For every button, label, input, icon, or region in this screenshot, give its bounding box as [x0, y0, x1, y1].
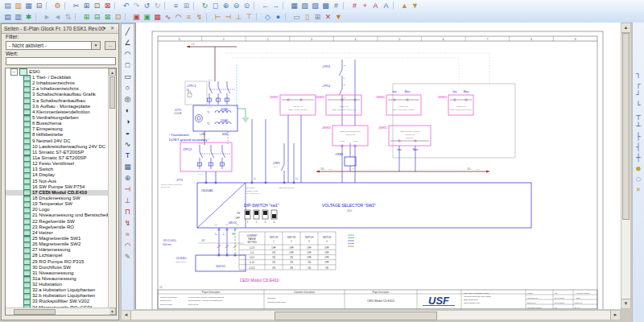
potential-icon[interactable]: ↯: [194, 12, 204, 22]
draw-arc2-icon[interactable]: ◐: [122, 105, 133, 116]
tree-page-item[interactable]: 22 Regelventile SW: [6, 219, 109, 225]
draw-rectangle2-icon[interactable]: ▭: [122, 71, 133, 82]
component-relay-18kr10[interactable]: -18KR10 -CD.SP410 CEDI Adjust value volt…: [375, 90, 421, 115]
canvas-vertical-scrollbar[interactable]: ▲ ▼: [621, 23, 631, 309]
zoom-window-icon[interactable]: ◻: [210, 1, 221, 10]
component-relay-18kr12[interactable]: -18KR12 -CD.SP410 CEDI release ON/OFF: [269, 95, 316, 183]
tree-page-item[interactable]: 18 Druckmessung SW: [6, 196, 109, 201]
t-node-down-icon[interactable]: ┬: [634, 111, 644, 122]
page-macro-icon[interactable]: ▼: [333, 12, 344, 22]
new-window-icon[interactable]: ⊞: [181, 1, 192, 10]
cross-node-icon[interactable]: ┼: [634, 153, 644, 163]
canvas-scroll-up-icon[interactable]: ▲: [621, 23, 630, 33]
project-tree-icon[interactable]: ▤: [2, 12, 13, 22]
delete-page-icon[interactable]: ✕: [323, 12, 333, 22]
tree-root-project[interactable]: − ESKI: [6, 68, 109, 75]
corner-down-right-icon[interactable]: ┌: [634, 80, 644, 90]
page-properties-icon[interactable]: ▦: [23, 1, 34, 10]
grid-d-icon[interactable]: ▩: [320, 1, 331, 10]
tree-page-item[interactable]: 17 CEDI Modul CD.E410: [6, 190, 109, 196]
settings-wrench-icon[interactable]: ⚙: [52, 1, 63, 10]
scroll-up-icon[interactable]: ▲: [109, 68, 116, 76]
refresh-icon[interactable]: ↻: [200, 1, 210, 10]
tree-expander-icon[interactable]: −: [10, 68, 18, 76]
snap-grid-icon[interactable]: #: [331, 1, 341, 10]
tree-page-item[interactable]: 8 Hilfsbetriebe: [6, 132, 109, 138]
tree-page-item[interactable]: 33 Rückspülfilter SW.V202: [6, 299, 109, 304]
undo-icon[interactable]: ↶: [121, 1, 131, 10]
draw-polyline-icon[interactable]: ∠: [122, 37, 133, 48]
incoming-feed-wire[interactable]: L2: [187, 43, 237, 81]
tree-page-item[interactable]: 24 Heizer: [6, 230, 109, 236]
insert-text-icon[interactable]: T: [122, 150, 133, 161]
filter-dropdown[interactable]: - Nicht aktiviert - ▼: [6, 41, 101, 50]
shield-icon[interactable]: ◠: [122, 240, 133, 251]
insert-terminal-icon[interactable]: ▦: [152, 12, 163, 22]
tree-page-item[interactable]: 14 Display: [6, 172, 109, 178]
tree-page-item[interactable]: 15 Not-Aus: [6, 179, 109, 184]
component-cdi-module[interactable]: -CD.E410 CEDI Modul 100V DC: [175, 254, 246, 271]
cable-w5[interactable]: -W5-CD.E410 3G4 mm² 405: [163, 239, 244, 246]
component-relay-18kr13[interactable]: -18KR13 -CD.SP410 CEDI controlled system…: [315, 95, 361, 115]
text-style-blue-icon[interactable]: A: [381, 1, 391, 10]
redo-icon[interactable]: ↷: [131, 1, 142, 10]
tree-page-item[interactable]: 2 Inhaltsverzeichnis: [6, 80, 109, 86]
canvas-vscroll-thumb[interactable]: [622, 33, 630, 220]
tree-page-item[interactable]: 19 Temperatur SW: [6, 201, 109, 207]
draw-arc3-icon[interactable]: ◑: [122, 116, 133, 127]
component-pc3-pc4-contacts[interactable]: -17PC3 13 14 -17PC4 23 24: [322, 60, 355, 126]
insert-hyperlink-icon[interactable]: ⊕: [122, 172, 133, 184]
goto-page-icon[interactable]: ►: [42, 12, 52, 22]
tree-page-item[interactable]: 3 Schaltschrankaufbau Grafik: [6, 92, 109, 97]
t-node-up-icon[interactable]: ┴: [634, 122, 644, 132]
grid-b-icon[interactable]: ▧: [299, 1, 310, 10]
tree-page-item[interactable]: 11a Simatic S7-ET200SP: [6, 155, 109, 161]
tree-page-item[interactable]: 4 Klemmenleistendefinition: [6, 109, 109, 115]
connection-point-icon[interactable]: ●: [273, 12, 283, 22]
grid-a-icon[interactable]: ▦: [289, 1, 299, 10]
tree-vertical-scrollbar[interactable]: ▲ ▼: [108, 68, 116, 315]
pages-panel-titlebar[interactable]: ▾ ✕ Seiten - E-Plan Glock Fr. 170 ESK1 R…: [2, 24, 118, 34]
interruption-point-icon[interactable]: ◇: [262, 12, 273, 22]
new-item-icon[interactable]: ✱: [23, 12, 34, 22]
window-macro-icon[interactable]: ⊡: [113, 12, 123, 22]
grid-c-icon[interactable]: ▨: [310, 1, 320, 10]
draw-line-icon[interactable]: ╱: [122, 26, 133, 37]
component-relay-18kr14[interactable]: -18KR14 -CD.SP410 CEDI Adjust value curr…: [437, 90, 473, 115]
open-page-icon[interactable]: ▥: [13, 1, 23, 10]
tree-scroll-thumb[interactable]: [109, 76, 115, 109]
draw-rectangle-icon[interactable]: □: [122, 60, 133, 71]
component-pc1-breaker[interactable]: -17PC1 2A 1 3 5 2 4 6: [185, 79, 235, 109]
tree-page-item[interactable]: 6 Busschema: [6, 121, 109, 126]
tree-page-item[interactable]: 25 Magnetventile SW1: [6, 236, 109, 242]
macro-insert-icon[interactable]: ⊠: [102, 12, 113, 22]
panel-close-icon[interactable]: ✕: [110, 26, 116, 31]
component-relay-18kr15[interactable]: -18KR15 CEDI REMOTE ON-OFF -CD.SP410 CXS…: [321, 126, 368, 183]
tree-page-item[interactable]: 3.a Schaltschrankaufbau: [6, 98, 109, 104]
component-relay-18kr11[interactable]: -18KR11 CEDI Residual Current -CD.SP410 …: [378, 126, 431, 171]
open-project-icon[interactable]: ▯: [302, 12, 312, 22]
insert-shield-icon[interactable]: ◠: [173, 12, 184, 22]
undo-list-icon[interactable]: ↺: [142, 1, 152, 10]
break-point-icon[interactable]: ✕: [634, 184, 644, 195]
tree-page-item[interactable]: 31 Niveaumessung: [6, 270, 109, 276]
tree-page-item[interactable]: 3.b Aufbau - Montageplatte: [6, 104, 109, 109]
copy-icon[interactable]: ⊞: [81, 1, 92, 10]
tree-page-item[interactable]: 10 Lastkreisüberwachung 24V DC: [6, 144, 109, 150]
tree-page-item[interactable]: 32.b Hubstation Liquiphanten: [6, 293, 109, 299]
device-box-icon[interactable]: ⊓: [122, 206, 133, 217]
corner-up-right-icon[interactable]: └: [634, 101, 644, 111]
tree-page-item[interactable]: 29 RO Pumpe RO.P315: [6, 259, 109, 265]
component-km3-coil[interactable]: -17KM3 A1 A2: [334, 143, 356, 171]
canvas-horizontal-scrollbar[interactable]: ◄ ►: [121, 310, 621, 320]
zoom-all-icon[interactable]: ⊙: [242, 1, 252, 10]
t-node-up-icon[interactable]: ⊥: [233, 12, 244, 22]
page-down-icon[interactable]: ▼: [410, 1, 420, 10]
cable-definition-icon[interactable]: ≈: [122, 229, 133, 240]
tree-page-item[interactable]: 2.a Inhaltsverzeichnis: [6, 86, 109, 92]
corner-up-left-icon[interactable]: ┘: [634, 90, 644, 101]
tree-page-item[interactable]: 20 Logo: [6, 207, 109, 213]
hash-red-icon[interactable]: #: [349, 1, 360, 10]
tree-hscroll-thumb[interactable]: [14, 309, 56, 315]
tree-page-item[interactable]: 11 Simatic S7-ET200SP: [6, 150, 109, 155]
